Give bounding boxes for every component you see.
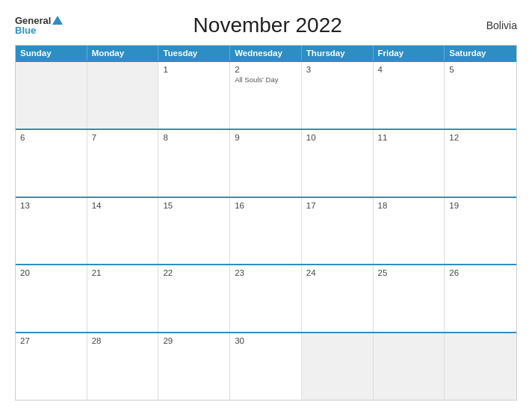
calendar-cell xyxy=(87,62,159,129)
calendar-cell: 29 xyxy=(158,333,230,400)
calendar-cell: 15 xyxy=(158,198,230,265)
calendar-cell xyxy=(445,333,516,400)
calendar-cell: 19 xyxy=(445,198,516,265)
day-number: 29 xyxy=(163,336,225,345)
calendar-cell: 7 xyxy=(87,130,159,197)
calendar-cell: 25 xyxy=(374,265,445,332)
calendar-header-row: Sunday Monday Tuesday Wednesday Thursday… xyxy=(16,46,516,61)
calendar-cell: 13 xyxy=(16,198,87,265)
day-number: 11 xyxy=(378,133,440,142)
day-number: 19 xyxy=(449,201,512,210)
calendar-cell: 2All Souls' Day xyxy=(230,62,302,129)
day-number: 18 xyxy=(378,201,440,210)
calendar-cell: 24 xyxy=(302,265,374,332)
day-number: 12 xyxy=(449,133,512,142)
calendar-cell: 6 xyxy=(16,130,87,197)
calendar-cell: 3 xyxy=(302,62,374,129)
header: General Blue November 2022 Bolivia xyxy=(15,13,517,37)
header-saturday: Saturday xyxy=(445,46,516,61)
day-number: 1 xyxy=(163,65,225,74)
header-sunday: Sunday xyxy=(16,46,87,61)
calendar-week-4: 20212223242526 xyxy=(16,264,516,332)
calendar-cell: 27 xyxy=(16,333,87,400)
calendar-cell: 11 xyxy=(374,130,445,197)
calendar-cell: 26 xyxy=(445,265,516,332)
calendar-cell xyxy=(374,333,445,400)
calendar-week-2: 6789101112 xyxy=(16,129,516,197)
calendar-cell: 30 xyxy=(230,333,302,400)
calendar-cell: 22 xyxy=(158,265,230,332)
calendar-cell: 5 xyxy=(445,62,516,129)
calendar-cell: 23 xyxy=(230,265,302,332)
day-number: 7 xyxy=(92,133,154,142)
calendar-page: General Blue November 2022 Bolivia Sunda… xyxy=(0,0,532,411)
day-number: 23 xyxy=(235,268,297,277)
logo-blue-text: Blue xyxy=(15,25,36,35)
calendar-title: November 2022 xyxy=(63,13,472,37)
calendar-cell: 17 xyxy=(302,198,374,265)
calendar-cell: 14 xyxy=(87,198,159,265)
header-thursday: Thursday xyxy=(302,46,374,61)
day-number: 16 xyxy=(235,201,297,210)
calendar-cell xyxy=(16,62,87,129)
calendar-cell: 21 xyxy=(87,265,159,332)
day-number: 20 xyxy=(20,268,82,277)
header-tuesday: Tuesday xyxy=(158,46,230,61)
calendar-week-1: 12All Souls' Day345 xyxy=(16,61,516,129)
calendar-cell: 18 xyxy=(374,198,445,265)
day-number: 8 xyxy=(163,133,225,142)
day-number: 28 xyxy=(92,336,154,345)
calendar-cell: 8 xyxy=(158,130,230,197)
calendar-cell: 1 xyxy=(158,62,230,129)
logo: General Blue xyxy=(15,16,63,35)
day-number: 3 xyxy=(306,65,368,74)
day-number: 30 xyxy=(235,336,297,345)
calendar-week-5: 27282930 xyxy=(16,332,516,400)
calendar-cell xyxy=(302,333,374,400)
day-number: 14 xyxy=(92,201,154,210)
calendar-cell: 4 xyxy=(374,62,445,129)
day-number: 13 xyxy=(20,201,82,210)
logo-triangle-icon xyxy=(52,16,63,25)
header-friday: Friday xyxy=(374,46,445,61)
day-number: 27 xyxy=(20,336,82,345)
day-number: 24 xyxy=(306,268,368,277)
holiday-label: All Souls' Day xyxy=(235,75,297,84)
day-number: 22 xyxy=(163,268,225,277)
day-number: 26 xyxy=(449,268,512,277)
calendar-body: 12All Souls' Day345678910111213141516171… xyxy=(16,61,516,400)
calendar-cell: 16 xyxy=(230,198,302,265)
calendar-cell: 9 xyxy=(230,130,302,197)
day-number: 15 xyxy=(163,201,225,210)
header-monday: Monday xyxy=(87,46,159,61)
day-number: 25 xyxy=(378,268,440,277)
calendar-cell: 20 xyxy=(16,265,87,332)
calendar-cell: 12 xyxy=(445,130,516,197)
calendar-grid: Sunday Monday Tuesday Wednesday Thursday… xyxy=(15,45,517,401)
country-label: Bolivia xyxy=(472,19,517,31)
header-wednesday: Wednesday xyxy=(230,46,302,61)
day-number: 6 xyxy=(20,133,82,142)
day-number: 17 xyxy=(306,201,368,210)
calendar-cell: 28 xyxy=(87,333,159,400)
day-number: 10 xyxy=(306,133,368,142)
day-number: 4 xyxy=(378,65,440,74)
day-number: 9 xyxy=(235,133,297,142)
calendar-cell: 10 xyxy=(302,130,374,197)
day-number: 21 xyxy=(92,268,154,277)
day-number: 2 xyxy=(235,65,297,74)
calendar-week-3: 13141516171819 xyxy=(16,197,516,265)
day-number: 5 xyxy=(449,65,512,74)
